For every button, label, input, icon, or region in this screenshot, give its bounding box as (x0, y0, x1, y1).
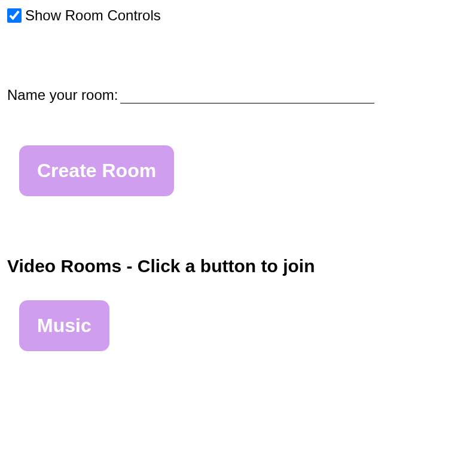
show-room-controls-label: Show Room Controls (25, 7, 161, 24)
room-button-music[interactable]: Music (19, 300, 109, 351)
name-your-room-row: Name your room: (7, 84, 469, 103)
video-rooms-heading: Video Rooms - Click a button to join (7, 256, 469, 276)
show-room-controls-row: Show Room Controls (7, 7, 469, 24)
create-room-button[interactable]: Create Room (19, 145, 174, 196)
name-your-room-label: Name your room: (7, 87, 118, 103)
room-name-input[interactable] (120, 84, 374, 103)
rooms-list: Music (7, 300, 469, 351)
create-room-button-wrap: Create Room (7, 145, 469, 196)
show-room-controls-checkbox[interactable] (7, 8, 22, 23)
